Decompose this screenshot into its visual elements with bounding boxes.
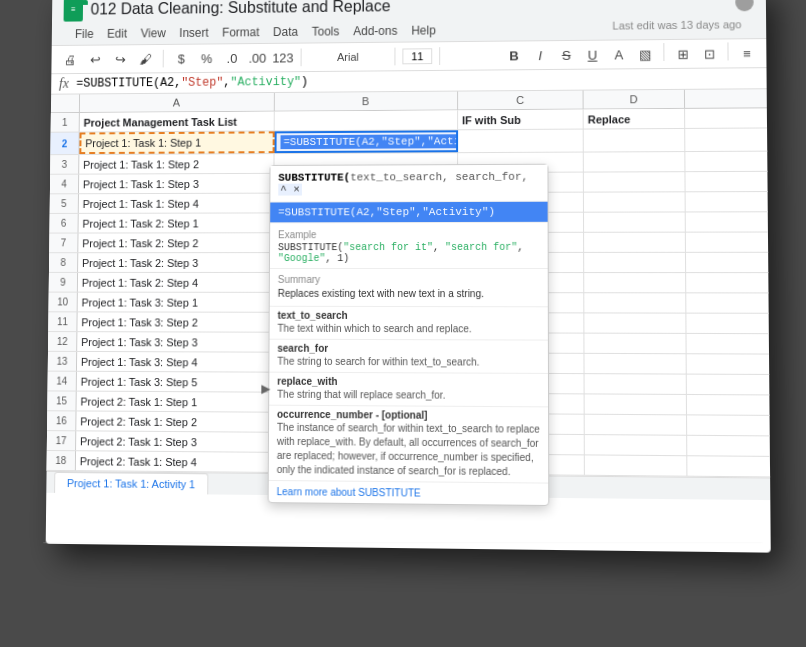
- table-row: 2 Project 1: Task 1: Step 1 =SUBSTITUTE(…: [50, 128, 767, 155]
- col-header-a[interactable]: A: [80, 92, 275, 111]
- cell-a[interactable]: Project 1: Task 2: Step 4: [78, 272, 274, 291]
- italic-btn[interactable]: I: [529, 44, 551, 66]
- cell-d[interactable]: [584, 252, 686, 271]
- param2-name: search_for: [277, 342, 539, 354]
- summary-label: Summary: [278, 273, 540, 284]
- menu-edit[interactable]: Edit: [107, 24, 127, 42]
- merge-btn[interactable]: ⊡: [698, 42, 721, 64]
- cell-a[interactable]: Project 2: Task 1: Step 4: [76, 451, 273, 472]
- cell-d[interactable]: [584, 293, 686, 312]
- title-bar: ≡ 012 Data Cleaning: Substitute and Repl…: [52, 0, 767, 46]
- popup-example: Example SUBSTITUTE("search for it", "sea…: [270, 222, 548, 268]
- cell-d[interactable]: [584, 313, 686, 332]
- cell-d[interactable]: [585, 374, 687, 394]
- title-icon-1[interactable]: [735, 0, 754, 11]
- menu-view[interactable]: View: [141, 24, 166, 42]
- cell-d[interactable]: [584, 273, 686, 292]
- underline-btn[interactable]: U: [581, 43, 603, 65]
- popup-summary: Summary Replaces existing text with new …: [270, 268, 548, 305]
- undo-btn[interactable]: ↩: [84, 48, 105, 70]
- percent-btn[interactable]: %: [196, 47, 218, 69]
- cell-d[interactable]: [584, 353, 686, 373]
- cell-a[interactable]: Project 1: Task 1: Step 3: [79, 173, 274, 192]
- popup-header: SUBSTITUTE(text_to_search, search_for, ^…: [270, 164, 547, 202]
- reflection: 18 Project 2: Task 1: Step 4 STITUTE ɹoɟ…: [43, 542, 763, 648]
- cell-a[interactable]: Project 1: Task 3: Step 3: [77, 332, 273, 352]
- row-num: 7: [49, 233, 78, 252]
- col-header-c[interactable]: C: [458, 90, 584, 109]
- cell-a[interactable]: Project 1: Task 2: Step 3: [78, 253, 274, 272]
- menu-insert[interactable]: Insert: [179, 23, 208, 41]
- font-size[interactable]: 11: [402, 48, 432, 64]
- example-text: SUBSTITUTE("search for it", "search for"…: [278, 241, 540, 263]
- decimal2-btn[interactable]: .00: [247, 46, 269, 68]
- dollar-btn[interactable]: $: [170, 47, 192, 69]
- param4-desc: The instance of search_for within text_t…: [277, 420, 540, 479]
- cell-2d[interactable]: [584, 128, 686, 151]
- cell-2a[interactable]: Project 1: Task 1: Step 1: [79, 131, 274, 154]
- cell-a[interactable]: Project 2: Task 1: Step 3: [76, 431, 273, 452]
- cell-a[interactable]: Project 2: Task 1: Step 1: [77, 391, 274, 411]
- toolbar-right: B I S U A ▧ ⊞ ⊡ ≡: [503, 42, 758, 66]
- cell-1b[interactable]: [275, 110, 458, 130]
- row-num: 8: [49, 253, 78, 272]
- bold-btn[interactable]: B: [503, 44, 525, 66]
- row-num: 5: [50, 194, 79, 213]
- cell-a[interactable]: Project 1: Task 3: Step 5: [77, 371, 274, 391]
- cell-d[interactable]: [584, 192, 686, 211]
- col-header-b[interactable]: B: [275, 91, 458, 110]
- popup-learn-more[interactable]: Learn more about SUBSTITUTE: [269, 479, 549, 504]
- cell-d[interactable]: [584, 212, 686, 231]
- fill-btn[interactable]: ▧: [634, 43, 656, 65]
- print-btn[interactable]: 🖨: [59, 48, 80, 70]
- cell-1c[interactable]: IF with Sub: [458, 109, 584, 129]
- sep4: [439, 47, 440, 65]
- cell-2b[interactable]: =SUBSTITUTE(A2,"Step","Activity"): [275, 130, 459, 153]
- cell-2c[interactable]: [458, 129, 584, 152]
- menu-format[interactable]: Format: [222, 23, 259, 41]
- cell-a[interactable]: Project 1: Task 2: Step 2: [78, 233, 274, 252]
- menu-help[interactable]: Help: [411, 21, 436, 39]
- cell-d[interactable]: [585, 414, 687, 434]
- cell-d[interactable]: [584, 172, 686, 191]
- cell-1a[interactable]: Project Management Task List: [80, 111, 275, 131]
- font-select[interactable]: Arial: [308, 45, 387, 67]
- strike-btn[interactable]: S: [555, 43, 577, 65]
- menu-tools[interactable]: Tools: [312, 22, 340, 40]
- cell-a[interactable]: Project 1: Task 3: Step 2: [77, 312, 273, 331]
- cell-a[interactable]: Project 1: Task 1: Step 4: [79, 193, 275, 212]
- sheet-tab-active[interactable]: Project 1: Task 1: Activity 1: [54, 471, 208, 493]
- cell-a[interactable]: Project 1: Task 2: Step 1: [79, 213, 275, 232]
- cell-d[interactable]: [585, 455, 688, 475]
- param1-name: text_to_search: [278, 309, 540, 321]
- formula-input[interactable]: =SUBSTITUTE(A2,"Step","Activity"): [76, 71, 758, 90]
- cell-d[interactable]: [584, 232, 686, 251]
- 123-btn[interactable]: 123: [272, 46, 294, 68]
- menu-file[interactable]: File: [75, 25, 94, 43]
- menu-data[interactable]: Data: [273, 23, 298, 41]
- cell-a[interactable]: Project 2: Task 1: Step 2: [76, 411, 273, 431]
- row-num-header: [51, 94, 80, 112]
- sep6: [727, 42, 728, 60]
- row-num: 13: [48, 351, 77, 370]
- cell-a[interactable]: Project 1: Task 1: Step 2: [79, 154, 274, 174]
- cell-d[interactable]: [584, 152, 686, 172]
- cell-d[interactable]: [584, 333, 686, 353]
- cell-a[interactable]: Project 1: Task 3: Step 1: [78, 292, 274, 311]
- decimal-btn[interactable]: .0: [221, 47, 243, 69]
- cell-1d[interactable]: Replace: [584, 108, 686, 128]
- border-btn[interactable]: ⊞: [671, 42, 694, 64]
- paint-btn[interactable]: 🖌: [135, 47, 157, 69]
- cell-d[interactable]: [585, 394, 687, 414]
- row-num: 18: [47, 450, 76, 469]
- cell-d[interactable]: [585, 435, 688, 455]
- cell-a[interactable]: Project 1: Task 3: Step 4: [77, 351, 273, 371]
- menu-addons[interactable]: Add-ons: [353, 21, 397, 39]
- row-num: 6: [49, 213, 78, 232]
- redo-btn[interactable]: ↪: [109, 48, 131, 70]
- align-btn[interactable]: ≡: [736, 42, 759, 64]
- color-btn[interactable]: A: [608, 43, 630, 65]
- param3-desc: The string that will replace search_for.: [277, 387, 540, 403]
- col-header-d[interactable]: D: [584, 89, 685, 108]
- row-num: 3: [50, 155, 79, 174]
